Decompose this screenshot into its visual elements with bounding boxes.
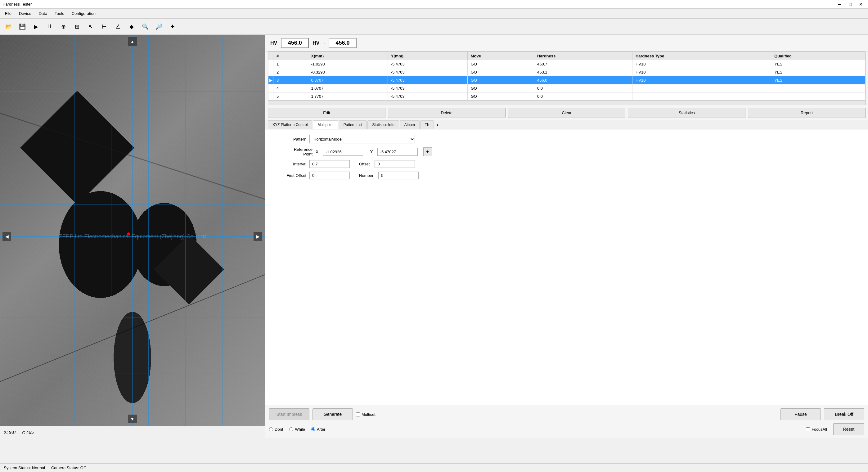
table-cell[interactable]: -5.4703 [388, 92, 467, 100]
table-row[interactable]: ▶30.3707-5.4703GO456.0HV10YES [269, 76, 865, 85]
col-header-x[interactable]: X(mm) [308, 52, 388, 60]
cursor-button[interactable]: ↖ [85, 21, 97, 33]
dont-radio-label[interactable]: Dont [269, 427, 283, 432]
table-cell[interactable] [771, 92, 865, 100]
multiset-checkbox[interactable] [356, 412, 360, 416]
table-cell[interactable]: 4 [273, 85, 308, 92]
table-cell[interactable] [632, 85, 771, 92]
tab-statistics-info[interactable]: Statistics Info [367, 120, 399, 129]
table-cell[interactable]: HV10 [632, 76, 771, 85]
table-row[interactable]: 41.0707-5.4703GO0.0 [269, 85, 865, 92]
table-cell[interactable]: -0.3293 [308, 68, 388, 76]
col-header-type[interactable]: Hardness Type [632, 52, 771, 60]
table-cell[interactable]: GO [467, 68, 534, 76]
zoom-in-button[interactable]: 🔍 [139, 21, 151, 33]
col-header-id[interactable]: # [273, 52, 308, 60]
table-cell[interactable]: 0.0 [534, 92, 632, 100]
after-radio[interactable] [311, 427, 315, 431]
table-cell[interactable]: HV10 [632, 60, 771, 68]
tab-more[interactable]: ▸ [434, 120, 441, 129]
table-scroll-bar[interactable] [268, 101, 866, 105]
dont-radio[interactable] [269, 427, 273, 431]
minimize-button[interactable]: ─ [835, 1, 844, 8]
edit-button[interactable]: Edit [268, 108, 385, 118]
table-cell[interactable]: 1.0707 [308, 85, 388, 92]
ref-x-input[interactable] [323, 148, 363, 156]
crosshair-button[interactable]: ⊕ [57, 21, 69, 33]
table-cell[interactable] [632, 92, 771, 100]
table-row[interactable]: 1-1.0293-5.4703GO450.7HV10YES [269, 60, 865, 68]
while-radio-label[interactable]: While [289, 427, 305, 432]
angle-button[interactable]: ∠ [112, 21, 124, 33]
generate-button[interactable]: Generate [312, 408, 353, 420]
col-header-qualified[interactable]: Qualified [771, 52, 865, 60]
interval-input[interactable] [309, 160, 350, 168]
table-row[interactable]: 2-0.3293-5.4703GO453.1HV10YES [269, 68, 865, 76]
table-row[interactable]: 51.7707-5.4703GO0.0 [269, 92, 865, 100]
table-cell[interactable]: 0.3707 [308, 76, 388, 85]
table-cell[interactable]: 456.0 [534, 76, 632, 85]
table-cell[interactable]: GO [467, 60, 534, 68]
table-cell[interactable]: 453.1 [534, 68, 632, 76]
scroll-arrow-right[interactable]: ▶ [253, 232, 262, 241]
while-radio[interactable] [289, 427, 293, 431]
table-cell[interactable]: 1.7707 [308, 92, 388, 100]
open-button[interactable]: 📂 [2, 21, 15, 33]
statistics-button[interactable]: Statistics [628, 108, 745, 118]
tab-multipoint[interactable]: Multipoint [313, 120, 338, 129]
table-cell[interactable]: -5.4703 [388, 85, 467, 92]
table-cell[interactable]: -5.4703 [388, 60, 467, 68]
menu-item-device[interactable]: Device [15, 9, 35, 18]
table-cell[interactable]: GO [467, 76, 534, 85]
table-cell[interactable]: YES [771, 76, 865, 85]
table-cell[interactable]: -1.0293 [308, 60, 388, 68]
table-cell[interactable]: -5.4703 [388, 68, 467, 76]
scroll-arrow-left[interactable]: ◀ [2, 232, 11, 241]
delete-button[interactable]: Delete [388, 108, 505, 118]
maximize-button[interactable]: □ [846, 1, 855, 8]
tab-pattern-list[interactable]: Pattern List [339, 120, 367, 129]
col-header-y[interactable]: Y(mm) [388, 52, 467, 60]
scroll-arrow-bottom[interactable]: ▼ [128, 415, 137, 423]
table-cell[interactable]: GO [467, 85, 534, 92]
menu-item-data[interactable]: Data [35, 9, 51, 18]
table-cell[interactable]: 3 [273, 76, 308, 85]
grid-button[interactable]: ⊞ [71, 21, 83, 33]
break-off-button[interactable]: Break Off [824, 408, 864, 420]
scroll-arrow-top[interactable]: ▲ [128, 37, 137, 46]
table-cell[interactable]: YES [771, 68, 865, 76]
table-cell[interactable]: 450.7 [534, 60, 632, 68]
table-cell[interactable]: GO [467, 92, 534, 100]
ref-y-input[interactable] [377, 148, 418, 156]
report-button[interactable]: Report [748, 108, 866, 118]
table-cell[interactable]: HV10 [632, 68, 771, 76]
table-cell[interactable]: 5 [273, 92, 308, 100]
table-cell[interactable]: -5.4703 [388, 76, 467, 85]
add-button[interactable]: + [166, 21, 179, 33]
table-cell[interactable]: YES [771, 60, 865, 68]
table-cell[interactable] [771, 85, 865, 92]
focusall-checkbox-label[interactable]: FocusAll [806, 427, 827, 432]
close-button[interactable]: ✕ [856, 1, 866, 8]
ref-plus-button[interactable]: + [423, 148, 432, 156]
table-cell[interactable]: 1 [273, 60, 308, 68]
start-impress-button[interactable]: Start Impress [269, 408, 309, 420]
table-cell[interactable]: 0.0 [534, 85, 632, 92]
tab-album[interactable]: Album [400, 120, 420, 129]
tab-th[interactable]: Th [420, 120, 434, 129]
horizontal-button[interactable]: ⊢ [98, 21, 111, 33]
save-button[interactable]: 💾 [16, 21, 29, 33]
menu-item-tools[interactable]: Tools [51, 9, 68, 18]
first-offset-input[interactable] [309, 171, 350, 179]
tab-xyz[interactable]: XYZ Platform Control [268, 120, 312, 129]
reset-button[interactable]: Reset [833, 423, 864, 435]
number-input[interactable] [378, 171, 418, 179]
table-cell[interactable]: 2 [273, 68, 308, 76]
pause-button-bottom[interactable]: Pause [780, 408, 821, 420]
play-button[interactable]: ▶ [30, 21, 42, 33]
menu-item-file[interactable]: File [1, 9, 15, 18]
multiset-checkbox-label[interactable]: Multiset [356, 412, 375, 417]
offset-input[interactable] [375, 160, 415, 168]
menu-item-configuration[interactable]: Configuration [68, 9, 99, 18]
after-radio-label[interactable]: After [311, 427, 325, 432]
